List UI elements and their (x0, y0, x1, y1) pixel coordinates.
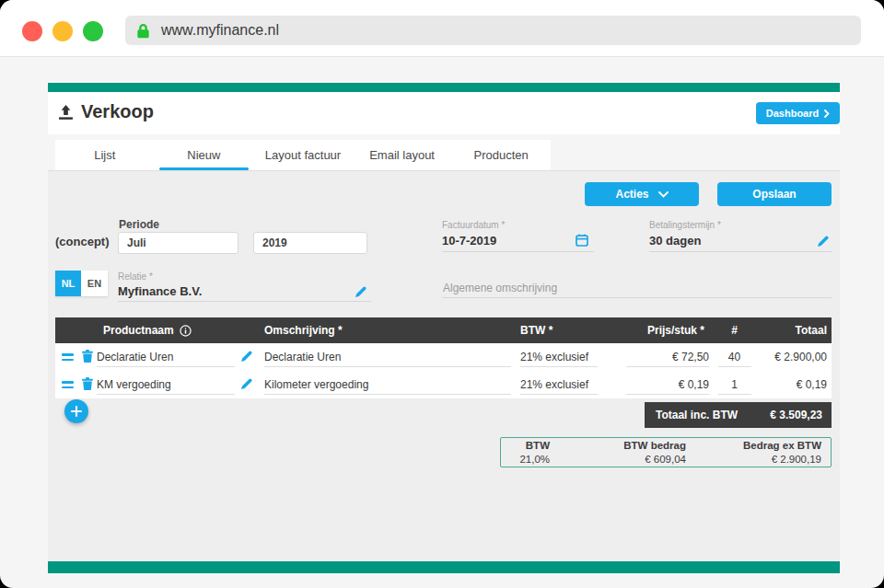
relatie-value[interactable]: Myfinance B.V. (118, 284, 202, 298)
omschrijving-field[interactable]: Declaratie Uren (264, 347, 511, 367)
factuurdatum-label: Factuurdatum * (442, 220, 505, 230)
tab-nieuw[interactable]: Nieuw (155, 140, 254, 170)
betalingstermijn-label: Betalingstermijn * (649, 220, 721, 230)
language-en-button[interactable]: EN (81, 271, 108, 296)
language-toggle: NL EN (55, 271, 108, 296)
page-header: Verkoop Dashboard (48, 92, 840, 134)
plus-icon (71, 406, 82, 417)
table-header: Productnaam Omschrijving * BTW * Prijs/s… (55, 317, 832, 343)
btw-summary-value: € 2.900,19 (697, 454, 832, 465)
productnaam-field[interactable]: KM vergoeding (97, 375, 235, 395)
table-row: Declaratie Uren Declaratie Uren 21% excl… (55, 343, 832, 371)
table-header-totaal: Totaal (760, 324, 832, 337)
tab-layout-factuur[interactable]: Layout factuur (253, 140, 353, 170)
tab-bar: Lijst Nieuw Layout factuur Email layout … (55, 140, 551, 170)
grand-total-label: Totaal inc. BTW (656, 409, 738, 421)
tab-producten[interactable]: Producten (451, 140, 551, 170)
table-body: Declaratie Uren Declaratie Uren 21% excl… (55, 343, 832, 398)
aantal-field[interactable]: 40 (718, 347, 751, 367)
dashboard-button-label: Dashboard (766, 108, 819, 119)
minimize-window-button[interactable] (52, 21, 73, 41)
table-header-btw: BTW * (520, 324, 612, 337)
btw-field[interactable]: 21% exclusief (520, 347, 598, 367)
row-totaal-value: € 2.900,00 (760, 343, 832, 371)
browser-chrome: www.myfinance.nl (0, 0, 884, 57)
url-bar[interactable]: www.myfinance.nl (125, 16, 861, 45)
chevron-down-icon (658, 191, 669, 198)
row-totaal-value: € 0,19 (760, 371, 832, 398)
info-icon[interactable] (180, 325, 192, 337)
grand-total-value: € 3.509,23 (770, 409, 822, 421)
dashboard-button[interactable]: Dashboard (756, 102, 840, 124)
prijs-field[interactable]: € 72,50 (626, 347, 709, 367)
factuurdatum-value[interactable]: 10-7-2019 (442, 234, 496, 248)
acties-button-label: Acties (615, 188, 648, 201)
language-nl-button[interactable]: NL (55, 271, 81, 296)
browser-window: www.myfinance.nl Verkoop Dashboard Lijst… (0, 0, 884, 588)
productnaam-field[interactable]: Declaratie Uren (97, 347, 235, 367)
lock-icon (136, 23, 150, 39)
edit-relatie-icon[interactable] (355, 284, 366, 301)
trash-icon[interactable] (82, 350, 93, 365)
relatie-label: Relatie * (118, 271, 153, 282)
drag-handle-icon[interactable] (62, 353, 74, 361)
periode-year-input[interactable] (253, 232, 367, 254)
drag-handle-icon[interactable] (62, 381, 74, 388)
betalingstermijn-underline (649, 251, 832, 252)
btw-summary-table: BTW BTW bedrag Bedrag ex BTW 21,0% € 609… (500, 437, 832, 467)
calendar-icon[interactable] (576, 234, 588, 250)
table-header-aantal: # (709, 324, 760, 337)
table-header-prijs: Prijs/stuk * (612, 324, 709, 337)
close-window-button[interactable] (22, 21, 42, 41)
card-top-accent-bar (48, 83, 840, 92)
url-text: www.myfinance.nl (161, 22, 279, 39)
tab-lijst[interactable]: Lijst (55, 140, 155, 170)
betalingstermijn-value[interactable]: 30 dagen (649, 234, 701, 248)
upload-icon[interactable] (58, 105, 74, 124)
algemene-omschrijving-underline (442, 297, 832, 298)
trash-icon[interactable] (82, 377, 93, 393)
factuurdatum-underline (442, 251, 594, 252)
table-header-omschrijving: Omschrijving * (264, 324, 520, 337)
opslaan-button-label: Opslaan (752, 188, 796, 201)
table-row: KM vergoeding Kilometer vergoeding 21% e… (55, 371, 832, 398)
periode-label: Periode (119, 218, 159, 231)
grand-total-bar: Totaal inc. BTW € 3.509,23 (645, 402, 832, 428)
page-title: Verkoop (81, 101, 154, 122)
periode-month-input[interactable] (118, 232, 238, 254)
opslaan-button[interactable]: Opslaan (717, 182, 832, 206)
productnaam-header-label: Productnaam (103, 324, 174, 337)
btw-summary-header: BTW bedrag (561, 440, 697, 451)
edit-betalingstermijn-icon[interactable] (818, 234, 829, 250)
card-bottom-accent-bar (48, 561, 840, 573)
zoom-window-button[interactable] (83, 21, 103, 41)
omschrijving-field[interactable]: Kilometer vergoeding (264, 375, 511, 395)
btw-summary-header: BTW (501, 440, 561, 451)
edit-product-icon[interactable] (241, 378, 252, 392)
relatie-underline (118, 301, 371, 302)
btw-field[interactable]: 21% exclusief (520, 375, 598, 395)
algemene-omschrijving-field[interactable]: Algemene omschrijving (443, 282, 557, 294)
btw-summary-value: € 609,04 (561, 454, 697, 465)
btw-summary-header: Bedrag ex BTW (697, 440, 832, 451)
chevron-right-icon (824, 110, 830, 118)
tab-email-layout[interactable]: Email layout (353, 140, 452, 170)
aantal-field[interactable]: 1 (718, 375, 751, 395)
table-header-productnaam: Productnaam (97, 324, 264, 337)
add-row-button[interactable] (64, 399, 88, 423)
btw-summary-value: 21,0% (501, 454, 561, 465)
concept-status-label: (concept) (55, 235, 110, 248)
edit-product-icon[interactable] (241, 351, 252, 364)
acties-button[interactable]: Acties (585, 182, 699, 206)
prijs-field[interactable]: € 0,19 (626, 375, 709, 395)
